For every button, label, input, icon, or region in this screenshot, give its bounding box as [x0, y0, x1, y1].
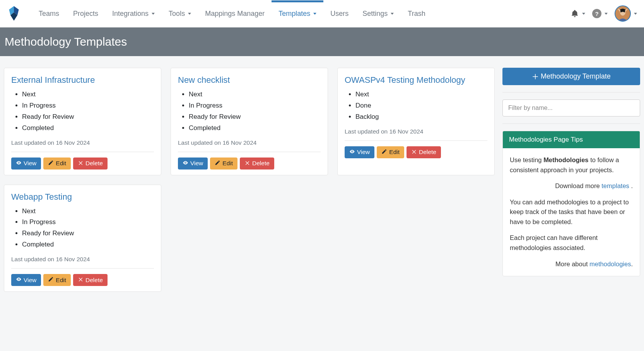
- methodology-card: External InfrastructureNextIn ProgressRe…: [4, 68, 161, 175]
- tips-body: Use testing Methodologies to follow a co…: [503, 148, 640, 276]
- card-title[interactable]: Webapp Testing: [11, 192, 154, 202]
- cards-area: External InfrastructureNextIn ProgressRe…: [4, 68, 495, 292]
- card-item: Ready for Review: [22, 111, 154, 123]
- add-methodology-button[interactable]: Methodology Template: [502, 68, 640, 85]
- nav-right: ?: [571, 5, 637, 22]
- card-title[interactable]: New checklist: [178, 75, 321, 85]
- edit-button[interactable]: Edit: [210, 158, 237, 170]
- methodologies-link[interactable]: methodologies: [589, 260, 631, 267]
- edit-button[interactable]: Edit: [43, 158, 71, 170]
- divider: [502, 92, 640, 92]
- close-icon: [78, 276, 84, 284]
- tips-more: More about methodologies.: [510, 259, 633, 269]
- delete-label: Delete: [252, 160, 270, 167]
- card-item: Completed: [22, 123, 154, 134]
- delete-label: Delete: [85, 277, 103, 284]
- edit-label: Edit: [389, 149, 400, 156]
- card-actions: ViewEditDelete: [345, 146, 487, 158]
- edit-label: Edit: [56, 160, 66, 167]
- tips-text: Use testing Methodologies to follow a co…: [510, 155, 633, 175]
- nav-item-label: Mappings Manager: [205, 10, 265, 18]
- edit-button[interactable]: Edit: [43, 274, 71, 286]
- card-meta: Last updated on 16 Nov 2024: [345, 128, 487, 135]
- methodology-card: New checklistNextIn ProgressReady for Re…: [171, 68, 328, 175]
- nav-item-trash[interactable]: Trash: [401, 0, 432, 27]
- card-item: Next: [355, 89, 487, 100]
- tips-download: Download more templates .: [510, 181, 633, 191]
- pencil-icon: [215, 160, 220, 167]
- view-label: View: [357, 149, 370, 156]
- sidebar: Methodology Template Methodologies Page …: [502, 68, 640, 276]
- nav-item-label: Templates: [278, 10, 310, 18]
- view-label: View: [190, 160, 203, 167]
- nav-item-settings[interactable]: Settings: [355, 0, 401, 27]
- content: External InfrastructureNextIn ProgressRe…: [0, 56, 644, 303]
- tips-header: Methodologies Page Tips: [503, 131, 640, 148]
- nav-item-projects[interactable]: Projects: [66, 0, 105, 27]
- page-title: Methodology Templates: [0, 27, 644, 56]
- delete-button[interactable]: Delete: [240, 158, 274, 170]
- card-item: In Progress: [22, 217, 154, 228]
- nav-items: TeamsProjectsIntegrationsToolsMappings M…: [32, 0, 571, 27]
- edit-button[interactable]: Edit: [377, 146, 404, 158]
- nav-item-users[interactable]: Users: [323, 0, 355, 27]
- card-actions: ViewEditDelete: [11, 274, 154, 286]
- card-items: NextIn ProgressReady for ReviewCompleted: [11, 89, 154, 134]
- templates-link[interactable]: templates: [601, 182, 629, 189]
- divider: [178, 152, 321, 152]
- edit-label: Edit: [56, 277, 66, 284]
- view-button[interactable]: View: [11, 158, 41, 170]
- delete-button[interactable]: Delete: [73, 274, 108, 286]
- card-meta: Last updated on 16 Nov 2024: [11, 139, 154, 146]
- user-menu-dropdown[interactable]: [615, 5, 637, 22]
- view-button[interactable]: View: [11, 274, 41, 286]
- notifications-dropdown[interactable]: [571, 9, 585, 18]
- view-button[interactable]: View: [178, 158, 208, 170]
- methodology-card: Webapp TestingNextIn ProgressReady for R…: [4, 185, 161, 292]
- card-actions: ViewEditDelete: [178, 158, 321, 170]
- card-item: Next: [22, 89, 154, 100]
- delete-label: Delete: [419, 149, 436, 156]
- nav-item-mappings-manager[interactable]: Mappings Manager: [198, 0, 272, 27]
- card-actions: ViewEditDelete: [11, 158, 154, 170]
- close-icon: [411, 149, 417, 156]
- help-dropdown[interactable]: ?: [592, 9, 608, 18]
- card-title[interactable]: External Infrastructure: [11, 75, 154, 85]
- bell-icon: [571, 9, 579, 18]
- question-icon: ?: [592, 9, 601, 18]
- nav-item-label: Tools: [169, 10, 185, 18]
- nav-item-label: Projects: [73, 10, 98, 18]
- tips-panel: Methodologies Page Tips Use testing Meth…: [502, 131, 640, 276]
- card-meta: Last updated on 16 Nov 2024: [11, 256, 154, 263]
- plus-icon: [532, 73, 539, 80]
- card-items: NextIn ProgressReady for ReviewCompleted: [178, 89, 321, 134]
- close-icon: [244, 160, 250, 167]
- card-item: Ready for Review: [22, 228, 154, 239]
- divider: [502, 123, 640, 124]
- delete-button[interactable]: Delete: [407, 146, 441, 158]
- card-item: Done: [355, 100, 487, 111]
- nav-item-teams[interactable]: Teams: [32, 0, 66, 27]
- divider: [11, 152, 154, 152]
- card-item: In Progress: [22, 100, 154, 111]
- card-item: Ready for Review: [189, 111, 321, 123]
- nav-item-integrations[interactable]: Integrations: [105, 0, 162, 27]
- nav-item-tools[interactable]: Tools: [162, 0, 198, 27]
- card-item: Next: [22, 206, 154, 217]
- filter-input[interactable]: [502, 99, 640, 116]
- card-item: Completed: [22, 239, 154, 250]
- nav-item-templates[interactable]: Templates: [272, 0, 323, 27]
- pencil-icon: [381, 149, 387, 156]
- tips-text: You can add methodologies to a project t…: [510, 197, 633, 227]
- nav-item-label: Teams: [39, 10, 59, 18]
- card-title[interactable]: OWASPv4 Testing Methodology: [345, 75, 487, 85]
- close-icon: [78, 160, 84, 167]
- view-button[interactable]: View: [345, 146, 374, 158]
- card-item: In Progress: [189, 100, 321, 111]
- nav-item-label: Integrations: [112, 10, 149, 18]
- tips-text: Each project can have different methodol…: [510, 233, 633, 253]
- delete-button[interactable]: Delete: [73, 158, 108, 170]
- nav-item-label: Trash: [408, 10, 425, 18]
- card-items: NextIn ProgressReady for ReviewCompleted: [11, 206, 154, 251]
- app-logo[interactable]: [7, 5, 21, 22]
